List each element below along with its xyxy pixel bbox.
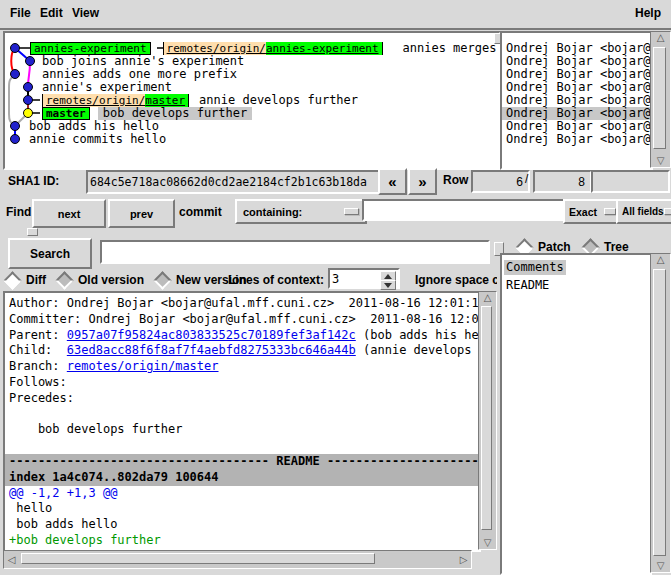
tree-radio[interactable]: Tree xyxy=(584,240,629,254)
patch-radio-label: Patch xyxy=(538,240,571,254)
exact-dropdown-value: Exact xyxy=(569,206,597,218)
ignore-space-checkbox[interactable]: Ignore space chang xyxy=(415,271,497,289)
menu-help[interactable]: Help xyxy=(629,0,667,26)
old-version-radio[interactable]: Old version xyxy=(58,273,144,287)
commit-node-head[interactable] xyxy=(24,109,33,118)
exact-dropdown[interactable]: Exact xyxy=(563,199,622,224)
diff-precedes-line: Precedes: xyxy=(9,391,479,407)
commit-message: bob develops further xyxy=(9,422,479,438)
find-prev-button[interactable]: prev xyxy=(108,199,175,228)
scroll-down-icon[interactable]: ▽ xyxy=(479,538,496,548)
menu-file[interactable]: File xyxy=(4,0,37,26)
diff-added-line: +bob develops further xyxy=(9,533,479,549)
lines-of-context-spinbox[interactable]: 3 xyxy=(328,268,400,289)
all-fields-dropdown[interactable]: All fields xyxy=(616,199,671,224)
diff-radio-label: Diff xyxy=(26,273,46,287)
commit-node[interactable] xyxy=(11,135,20,144)
commit-node[interactable] xyxy=(11,44,20,53)
scrollbar-thumb[interactable] xyxy=(481,306,492,530)
scrollbar-thumb[interactable] xyxy=(653,269,666,556)
commit-row[interactable]: annie's experiment xyxy=(42,81,172,94)
commit-node[interactable] xyxy=(26,57,35,66)
row-separator: / xyxy=(525,172,528,186)
row-extra-field[interactable] xyxy=(591,170,670,193)
new-version-radio-icon xyxy=(153,271,171,289)
row-label: Row xyxy=(443,169,468,191)
gitk-window: File Edit View Help xyxy=(0,0,671,575)
sash-grip[interactable] xyxy=(27,228,38,236)
diff-radio[interactable]: Diff xyxy=(6,273,46,287)
branch-link[interactable]: remotes/origin/master xyxy=(67,359,219,373)
child-sha-link[interactable]: 63ed8acc88f6f8af7f4aebfd8275333bc646a44b xyxy=(67,343,356,357)
dropdown-indicator-icon xyxy=(664,208,671,215)
old-version-radio-label: Old version xyxy=(78,273,144,287)
scrollbar-thumb[interactable] xyxy=(653,47,666,149)
author-cell[interactable]: Ondrej Bojar <bojar@ xyxy=(502,133,651,146)
diff-hunk-header: @@ -1,2 +1,3 @@ xyxy=(9,486,479,502)
sha1-label: SHA1 ID: xyxy=(8,169,59,193)
all-fields-dropdown-value: All fields xyxy=(622,206,664,217)
sha1-input[interactable]: 684c5e718ac08662d0cd2ae2184cf2b1c63b18da xyxy=(86,170,380,194)
lines-of-context-value: 3 xyxy=(332,272,339,286)
row-total-field[interactable]: 8 xyxy=(533,170,592,193)
search-input[interactable] xyxy=(100,240,490,264)
file-list-pane[interactable]: Comments README xyxy=(500,253,652,575)
scroll-up-icon[interactable]: △ xyxy=(479,293,496,303)
diff-author-line: Author: Ondrej Bojar <bojar@ufal.mff.cun… xyxy=(9,296,479,312)
row-current-field[interactable]: 6 xyxy=(471,170,530,193)
scroll-up-icon[interactable]: △ xyxy=(651,33,670,43)
menu-edit[interactable]: Edit xyxy=(34,0,69,26)
graph-edge xyxy=(9,74,15,126)
containing-dropdown-value: containing: xyxy=(243,206,302,218)
diff-context-line: bob adds hello xyxy=(9,517,479,533)
file-list-item[interactable]: README xyxy=(504,278,551,293)
commit-label: commit xyxy=(179,201,222,223)
find-next-button[interactable]: next xyxy=(32,199,106,228)
lines-of-context-label: Lines of context: xyxy=(228,271,324,289)
scroll-up-icon[interactable]: △ xyxy=(651,255,670,265)
containing-dropdown[interactable]: containing: xyxy=(235,199,367,224)
diff-hscrollbar[interactable]: ◁ ▷ xyxy=(3,550,472,569)
diff-context-line: hello xyxy=(9,501,479,517)
scroll-right-icon[interactable]: ▷ xyxy=(457,551,470,568)
back-button[interactable]: « xyxy=(378,168,407,195)
tree-radio-label: Tree xyxy=(604,240,629,254)
patch-radio[interactable]: Patch xyxy=(518,240,571,254)
parent-sha-link[interactable]: 0957a07f95824ac803833525c70189fef3af142c xyxy=(67,328,356,342)
commit-node[interactable] xyxy=(11,70,20,79)
scrollbar-thumb[interactable] xyxy=(21,553,375,564)
diff-file-separator[interactable]: ------------------------------------ REA… xyxy=(5,454,479,470)
file-list-item-selected[interactable]: Comments xyxy=(504,260,566,275)
commit-subject: annie's experiment xyxy=(42,81,172,94)
dropdown-indicator-icon xyxy=(344,208,359,215)
commit-node[interactable] xyxy=(24,96,33,105)
find-input[interactable] xyxy=(362,199,568,221)
file-list-scrollbar[interactable]: △ ▽ xyxy=(650,253,671,573)
commit-row[interactable]: annie commits hello xyxy=(29,133,166,146)
commit-subject: annies merges xyxy=(403,42,497,55)
dropdown-indicator-icon xyxy=(604,208,616,215)
diff-committer-line: Committer: Ondrej Bojar <bojar@ufal.mff.… xyxy=(9,312,479,328)
diff-child-line: Child: 63ed8acc88f6f8af7f4aebfd8275333bc… xyxy=(9,343,479,359)
commit-graph-pane[interactable]: annies-experiment remotes/origin/annies-… xyxy=(3,31,501,170)
search-button[interactable]: Search xyxy=(8,238,92,269)
commit-node[interactable] xyxy=(11,122,20,131)
diff-follows-line: Follows: xyxy=(9,375,479,391)
scroll-down-icon[interactable]: ▽ xyxy=(651,156,670,166)
menu-bar: File Edit View Help xyxy=(0,0,671,30)
author-pane[interactable]: Ondrej Bojar <bojar@ Ondrej Bojar <bojar… xyxy=(500,31,653,170)
diff-pane[interactable]: Author: Ondrej Bojar <bojar@ufal.mff.cun… xyxy=(3,291,481,552)
scroll-left-icon[interactable]: ◁ xyxy=(5,551,18,568)
spin-down-icon[interactable] xyxy=(380,280,396,290)
commit-list-scrollbar[interactable]: △ ▽ xyxy=(650,31,671,168)
scroll-down-icon[interactable]: ▽ xyxy=(651,561,670,571)
diff-radio-icon xyxy=(3,271,21,289)
find-label: Find xyxy=(6,201,31,223)
forward-button[interactable]: » xyxy=(408,168,437,195)
old-version-radio-icon xyxy=(55,271,73,289)
diff-vscrollbar[interactable]: △ ▽ xyxy=(478,291,497,550)
commit-node[interactable] xyxy=(24,83,33,92)
diff-index-line: index 1a4c074..802da79 100644 xyxy=(5,470,479,486)
menu-view[interactable]: View xyxy=(66,0,105,26)
diff-parent-line: Parent: 0957a07f95824ac803833525c70189fe… xyxy=(9,328,479,344)
